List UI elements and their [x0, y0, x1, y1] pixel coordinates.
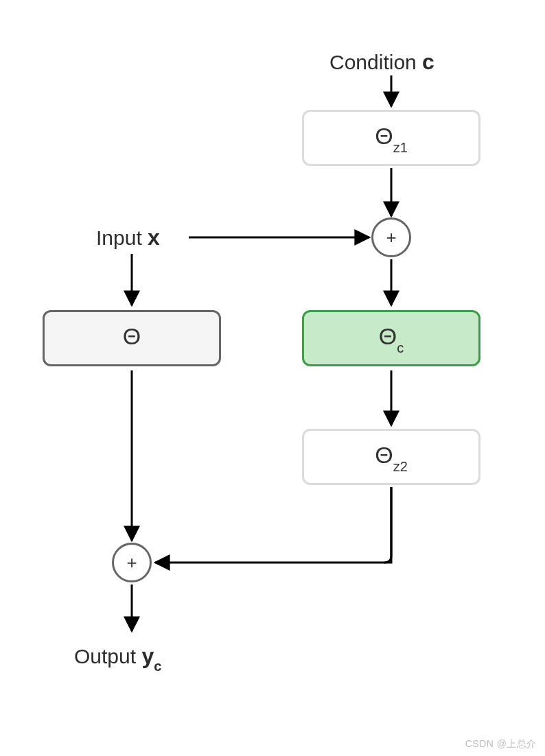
plus-bottom-symbol: +	[126, 552, 137, 574]
condition-prefix: Condition	[329, 51, 422, 73]
theta-c-box: Θc	[302, 310, 480, 366]
theta-z1-box: Θz1	[302, 110, 480, 166]
plus-top-symbol: +	[386, 227, 396, 248]
output-prefix: Output	[74, 645, 141, 668]
output-sub: c	[154, 659, 161, 674]
theta-z2-box: Θz2	[302, 429, 480, 485]
theta-symbol: Θ	[123, 323, 141, 353]
watermark: CSDN @上总介	[465, 738, 537, 751]
input-var: x	[148, 225, 160, 250]
output-label: Output yc	[74, 643, 161, 672]
theta-c-symbol: Θc	[379, 323, 404, 353]
input-label: Input x	[96, 225, 160, 250]
output-var: y	[141, 643, 154, 668]
condition-label: Condition c	[329, 49, 434, 75]
diagram-canvas: Condition c Θz1 + Input x Θ Θc Θz2 + Out	[0, 0, 545, 756]
plus-top-op: +	[371, 217, 411, 257]
condition-var: c	[422, 49, 434, 74]
theta-z1-symbol: Θz1	[375, 123, 408, 153]
plus-bottom-op: +	[112, 543, 152, 582]
theta-box: Θ	[43, 310, 221, 366]
input-prefix: Input	[96, 226, 148, 249]
theta-z2-symbol: Θz2	[375, 442, 408, 472]
